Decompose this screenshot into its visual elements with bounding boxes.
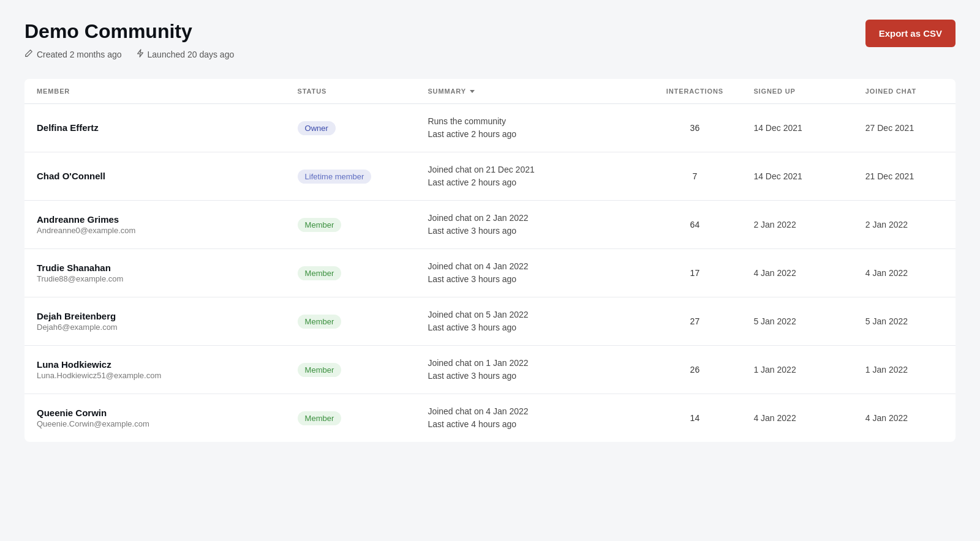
summary-text-3: Joined chat on 4 Jan 2022Last active 3 h…: [428, 260, 636, 286]
lightning-icon: [137, 49, 144, 59]
table-row: Andreanne Grimes Andreanne0@example.com …: [24, 201, 956, 249]
cell-summary-0: Runs the communityLast active 2 hours ag…: [415, 104, 648, 152]
cell-member-4: Dejah Breitenberg Dejah6@example.com: [24, 297, 285, 346]
meta-launched-text: Launched 20 days ago: [148, 50, 235, 59]
edit-icon: [24, 49, 33, 59]
table-row: Delfina Effertz Owner Runs the community…: [24, 104, 956, 152]
interactions-count-0: 36: [690, 123, 700, 133]
cell-status-1: Lifetime member: [285, 152, 416, 201]
cell-summary-5: Joined chat on 1 Jan 2022Last active 3 h…: [415, 346, 648, 394]
cell-signed-up-0: 14 Dec 2021: [741, 104, 853, 152]
joined-chat-date-2: 2 Jan 2022: [865, 220, 908, 229]
joined-chat-date-3: 4 Jan 2022: [865, 268, 908, 278]
status-badge-0: Owner: [298, 121, 336, 135]
cell-status-2: Member: [285, 201, 416, 249]
cell-interactions-6: 14: [648, 394, 741, 442]
member-name-6: Queenie Corwin: [37, 408, 273, 418]
meta-created-text: Created 2 months ago: [37, 50, 122, 59]
cell-joined-chat-6: 4 Jan 2022: [853, 394, 956, 442]
table-body: Delfina Effertz Owner Runs the community…: [24, 104, 956, 442]
cell-interactions-2: 64: [648, 201, 741, 249]
summary-text-6: Joined chat on 4 Jan 2022Last active 4 h…: [428, 405, 636, 431]
signed-up-date-0: 14 Dec 2021: [753, 123, 802, 133]
interactions-count-2: 64: [690, 220, 700, 229]
cell-joined-chat-4: 5 Jan 2022: [853, 297, 956, 346]
interactions-count-6: 14: [690, 413, 700, 423]
signed-up-date-6: 4 Jan 2022: [753, 413, 796, 423]
cell-signed-up-1: 14 Dec 2021: [741, 152, 853, 201]
interactions-count-1: 7: [692, 171, 697, 181]
summary-text-2: Joined chat on 2 Jan 2022Last active 3 h…: [428, 212, 636, 237]
table-row: Dejah Breitenberg Dejah6@example.com Mem…: [24, 297, 956, 346]
table-header-row: MEMBER STATUS SUMMARY I: [24, 79, 956, 104]
signed-up-date-3: 4 Jan 2022: [753, 268, 796, 278]
signed-up-date-2: 2 Jan 2022: [753, 220, 796, 229]
status-badge-4: Member: [298, 315, 342, 329]
page-title: Demo Community: [24, 20, 234, 43]
table-row: Chad O'Connell Lifetime member Joined ch…: [24, 152, 956, 201]
cell-joined-chat-2: 2 Jan 2022: [853, 201, 956, 249]
cell-status-3: Member: [285, 249, 416, 297]
meta-launched: Launched 20 days ago: [137, 49, 235, 59]
cell-status-6: Member: [285, 394, 416, 442]
member-email-6: Queenie.Corwin@example.com: [37, 419, 273, 428]
cell-member-1: Chad O'Connell: [24, 152, 285, 201]
meta-row: Created 2 months ago Launched 20 days ag…: [24, 49, 234, 59]
joined-chat-date-0: 27 Dec 2021: [865, 123, 914, 133]
col-header-member: MEMBER: [24, 79, 285, 104]
members-table-container: MEMBER STATUS SUMMARY I: [24, 79, 956, 442]
table-row: Luna Hodkiewicz Luna.Hodkiewicz51@exampl…: [24, 346, 956, 394]
page-container: Demo Community Created 2 months ago: [0, 0, 980, 461]
cell-signed-up-4: 5 Jan 2022: [741, 297, 853, 346]
cell-interactions-5: 26: [648, 346, 741, 394]
cell-status-4: Member: [285, 297, 416, 346]
member-name-2: Andreanne Grimes: [37, 214, 273, 225]
col-header-status: STATUS: [285, 79, 416, 104]
member-email-2: Andreanne0@example.com: [37, 226, 273, 235]
member-email-4: Dejah6@example.com: [37, 323, 273, 332]
col-header-signed-up: SIGNED UP: [741, 79, 853, 104]
cell-summary-4: Joined chat on 5 Jan 2022Last active 3 h…: [415, 297, 648, 346]
joined-chat-date-1: 21 Dec 2021: [865, 171, 914, 181]
cell-member-3: Trudie Shanahan Trudie88@example.com: [24, 249, 285, 297]
cell-interactions-4: 27: [648, 297, 741, 346]
cell-joined-chat-0: 27 Dec 2021: [853, 104, 956, 152]
header-left: Demo Community Created 2 months ago: [24, 20, 234, 59]
sort-down-icon: [469, 88, 476, 95]
signed-up-date-5: 1 Jan 2022: [753, 365, 796, 375]
summary-text-0: Runs the communityLast active 2 hours ag…: [428, 115, 636, 141]
members-table: MEMBER STATUS SUMMARY I: [24, 79, 956, 442]
cell-member-2: Andreanne Grimes Andreanne0@example.com: [24, 201, 285, 249]
cell-interactions-1: 7: [648, 152, 741, 201]
cell-signed-up-2: 2 Jan 2022: [741, 201, 853, 249]
member-name-4: Dejah Breitenberg: [37, 311, 273, 321]
meta-created: Created 2 months ago: [24, 49, 122, 59]
member-email-5: Luna.Hodkiewicz51@example.com: [37, 371, 273, 380]
status-badge-2: Member: [298, 218, 342, 232]
status-badge-3: Member: [298, 266, 342, 280]
cell-joined-chat-1: 21 Dec 2021: [853, 152, 956, 201]
summary-text-4: Joined chat on 5 Jan 2022Last active 3 h…: [428, 308, 636, 334]
header: Demo Community Created 2 months ago: [24, 20, 956, 59]
joined-chat-date-4: 5 Jan 2022: [865, 316, 908, 326]
member-name-0: Delfina Effertz: [37, 122, 273, 133]
cell-interactions-0: 36: [648, 104, 741, 152]
interactions-count-5: 26: [690, 365, 700, 375]
cell-signed-up-5: 1 Jan 2022: [741, 346, 853, 394]
cell-member-5: Luna Hodkiewicz Luna.Hodkiewicz51@exampl…: [24, 346, 285, 394]
member-name-1: Chad O'Connell: [37, 171, 273, 181]
member-name-3: Trudie Shanahan: [37, 263, 273, 273]
cell-summary-6: Joined chat on 4 Jan 2022Last active 4 h…: [415, 394, 648, 442]
summary-text-5: Joined chat on 1 Jan 2022Last active 3 h…: [428, 357, 636, 382]
status-badge-1: Lifetime member: [298, 170, 372, 184]
col-header-summary[interactable]: SUMMARY: [415, 79, 648, 104]
cell-summary-3: Joined chat on 4 Jan 2022Last active 3 h…: [415, 249, 648, 297]
signed-up-date-1: 14 Dec 2021: [753, 171, 802, 181]
summary-text-1: Joined chat on 21 Dec 2021Last active 2 …: [428, 163, 636, 189]
export-csv-button[interactable]: Export as CSV: [865, 20, 956, 47]
cell-joined-chat-5: 1 Jan 2022: [853, 346, 956, 394]
cell-member-6: Queenie Corwin Queenie.Corwin@example.co…: [24, 394, 285, 442]
interactions-count-3: 17: [690, 268, 700, 278]
status-badge-6: Member: [298, 411, 342, 425]
signed-up-date-4: 5 Jan 2022: [753, 316, 796, 326]
